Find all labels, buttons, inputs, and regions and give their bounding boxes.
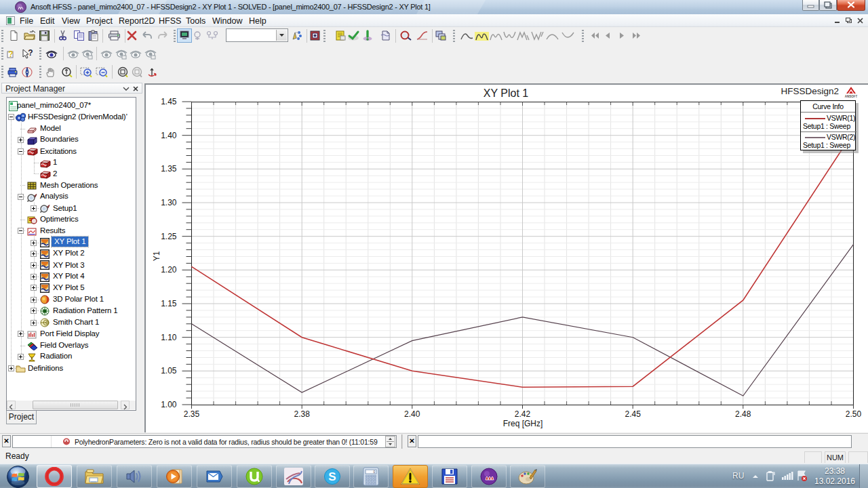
svg-text:S: S (328, 470, 336, 483)
svg-text:1.20: 1.20 (161, 265, 177, 274)
svg-text:HFSSDesign2: HFSSDesign2 (781, 86, 839, 96)
svg-text:2.48: 2.48 (735, 409, 751, 419)
svg-text:?: ? (28, 48, 33, 58)
svg-text:ANSOFT: ANSOFT (845, 95, 858, 98)
svg-text:Y1: Y1 (152, 251, 161, 261)
svg-text:1.30: 1.30 (161, 198, 177, 207)
svg-text:Freq [GHz]: Freq [GHz] (503, 419, 543, 428)
svg-text:1.15: 1.15 (161, 299, 177, 308)
svg-text:1.10: 1.10 (161, 333, 177, 342)
svg-text:2.50: 2.50 (846, 409, 862, 419)
svg-text:1.40: 1.40 (161, 131, 177, 140)
svg-text:1.05: 1.05 (161, 366, 177, 375)
svg-text:2.40: 2.40 (404, 409, 420, 419)
svg-text:0: 0 (374, 470, 376, 474)
svg-text:2.38: 2.38 (294, 409, 311, 419)
svg-text:2.35: 2.35 (184, 409, 200, 419)
svg-text:XY Plot 1: XY Plot 1 (484, 87, 529, 99)
svg-text:?: ? (8, 49, 13, 59)
svg-text:1.00: 1.00 (161, 400, 177, 409)
svg-text:1.45: 1.45 (161, 97, 177, 106)
svg-text:2.45: 2.45 (625, 409, 642, 419)
svg-text:2.42: 2.42 (515, 409, 531, 419)
svg-text:1.35: 1.35 (161, 164, 177, 174)
svg-text:1.25: 1.25 (161, 232, 177, 241)
